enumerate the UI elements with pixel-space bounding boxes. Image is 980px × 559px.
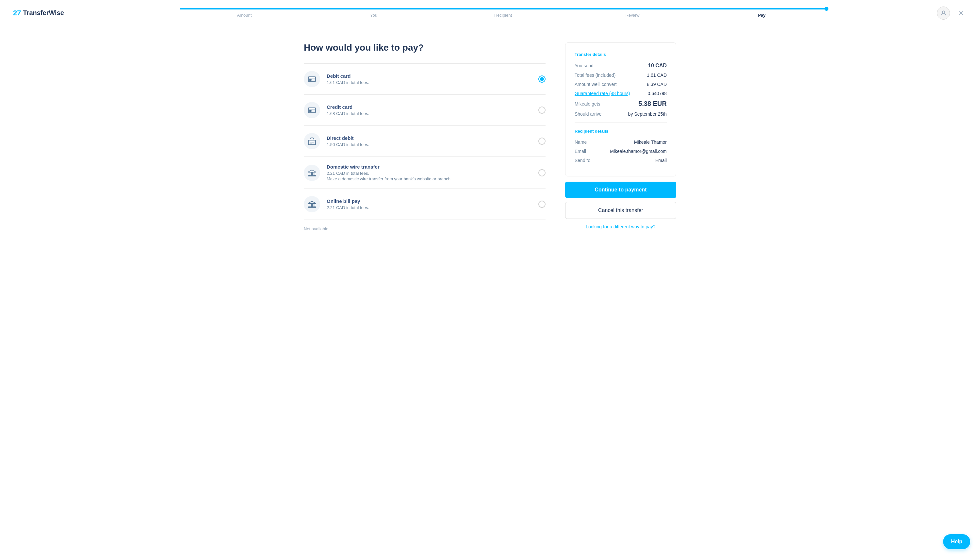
logo: 27 TransferWise [13,9,72,17]
guaranteed-rate-label[interactable]: Guaranteed rate (48 hours) [575,91,630,96]
svg-rect-14 [312,172,312,175]
svg-marker-18 [308,201,316,203]
svg-point-0 [942,11,945,13]
you-send-value: 10 CAD [648,63,667,69]
total-fees-label: Total fees (included) [575,73,615,78]
bill-pay-radio[interactable] [538,200,545,208]
page-title: How would you like to pay? [304,43,545,53]
left-content: How would you like to pay? Debit card 1.… [304,43,545,234]
not-available-label: Not available [304,227,545,231]
payment-option-credit[interactable]: Credit card 1.68 CAD in total fees. [304,95,545,126]
progress-bar-fill [180,8,826,10]
you-send-label: You send [575,63,593,68]
recipient-name-label: Name [575,139,587,145]
svg-marker-12 [308,170,316,172]
wire-transfer-desc: Make a domestic wire transfer from your … [327,177,532,181]
transfer-details-title: Transfer details [575,52,667,57]
payment-option-bill[interactable]: Online bill pay 2.21 CAD in total fees. [304,189,545,220]
bill-pay-details: Online bill pay 2.21 CAD in total fees. [327,198,532,210]
svg-rect-9 [308,140,316,145]
recipient-gets-value: 5.38 EUR [638,100,667,108]
wire-transfer-name: Domestic wire transfer [327,164,532,170]
payment-option-wire[interactable]: Domestic wire transfer 2.21 CAD in total… [304,157,545,189]
recipient-email-value: Mikeale.thamor@gmail.com [610,149,667,154]
svg-rect-5 [309,79,311,80]
credit-card-icon [304,102,320,118]
payment-option-debit[interactable]: Debit card 1.61 CAD in total fees. [304,63,545,95]
credit-card-radio[interactable] [538,106,545,114]
header: 27 TransferWise Amount You Recipient Rev… [0,0,980,26]
svg-rect-19 [309,203,310,207]
recipient-gets-label: Mikeale gets [575,101,600,106]
wire-transfer-details: Domestic wire transfer 2.21 CAD in total… [327,164,532,181]
direct-debit-name: Direct debit [327,135,532,141]
recipient-details-title: Recipient details [575,129,667,134]
credit-card-name: Credit card [327,104,532,110]
send-to-value: Email [655,158,667,163]
should-arrive-row: Should arrive by September 25th [575,111,667,117]
credit-card-details: Credit card 1.68 CAD in total fees. [327,104,532,116]
direct-debit-details: Direct debit 1.50 CAD in total fees. [327,135,532,147]
bill-pay-icon [304,196,320,212]
should-arrive-value: by September 25th [628,111,667,117]
credit-card-fee: 1.68 CAD in total fees. [327,111,532,116]
transfer-details-card: Transfer details You send 10 CAD Total f… [565,43,676,177]
payment-option-direct-debit[interactable]: Direct debit 1.50 CAD in total fees. [304,126,545,157]
logo-icon: 27 [13,9,21,17]
wire-transfer-fee: 2.21 CAD in total fees. [327,171,532,176]
amount-convert-label: Amount we'll convert [575,82,617,87]
header-actions [934,7,967,20]
nav-step-recipient[interactable]: Recipient [438,13,568,18]
guaranteed-rate-value: 0.640798 [648,91,667,96]
bill-pay-fee: 2.21 CAD in total fees. [327,205,532,210]
debit-card-details: Debit card 1.61 CAD in total fees. [327,73,532,85]
debit-card-icon [304,71,320,87]
section-divider [575,122,667,123]
send-to-row: Send to Email [575,158,667,163]
recipient-email-label: Email [575,149,586,154]
direct-debit-radio[interactable] [538,137,545,145]
nav-step-amount[interactable]: Amount [180,13,309,18]
svg-rect-8 [309,111,311,111]
avatar-button[interactable] [937,7,950,20]
nav-step-you[interactable]: You [309,13,438,18]
nav-steps: Amount You Recipient Review Pay [180,13,826,18]
guaranteed-rate-row: Guaranteed rate (48 hours) 0.640798 [575,91,667,96]
payment-options-list: Debit card 1.61 CAD in total fees. Credi… [304,63,545,220]
svg-rect-21 [314,203,315,207]
continue-payment-button[interactable]: Continue to payment [565,182,676,198]
you-send-row: You send 10 CAD [575,63,667,69]
recipient-name-row: Name Mikeale Thamor [575,139,667,145]
close-button[interactable] [955,7,967,19]
debit-card-radio[interactable] [538,76,545,83]
direct-debit-fee: 1.50 CAD in total fees. [327,142,532,147]
debit-card-fee: 1.61 CAD in total fees. [327,80,532,85]
send-to-label: Send to [575,158,590,163]
cancel-transfer-button[interactable]: Cancel this transfer [565,202,676,219]
logo-text: TransferWise [23,9,64,17]
recipient-gets-row: Mikeale gets 5.38 EUR [575,100,667,108]
amount-convert-value: 8.39 CAD [647,82,667,87]
amount-convert-row: Amount we'll convert 8.39 CAD [575,82,667,87]
wire-transfer-radio[interactable] [538,169,545,177]
nav-step-review[interactable]: Review [568,13,697,18]
direct-debit-icon [304,133,320,149]
recipient-name-value: Mikeale Thamor [634,139,667,145]
bill-pay-name: Online bill pay [327,198,532,204]
recipient-email-row: Email Mikeale.thamor@gmail.com [575,149,667,154]
svg-rect-20 [312,203,312,207]
different-way-link[interactable]: Looking for a different way to pay? [565,224,676,229]
svg-rect-13 [309,172,310,175]
debit-card-name: Debit card [327,73,532,79]
progress-nav: Amount You Recipient Review Pay [72,8,934,18]
total-fees-row: Total fees (included) 1.61 CAD [575,73,667,78]
svg-rect-15 [314,172,315,175]
right-sidebar: Transfer details You send 10 CAD Total f… [565,43,676,234]
main-content: How would you like to pay? Debit card 1.… [278,26,702,250]
progress-bar-container [180,8,826,10]
nav-step-pay[interactable]: Pay [697,13,826,18]
should-arrive-label: Should arrive [575,111,602,117]
wire-transfer-icon [304,165,320,181]
total-fees-value: 1.61 CAD [647,73,667,78]
